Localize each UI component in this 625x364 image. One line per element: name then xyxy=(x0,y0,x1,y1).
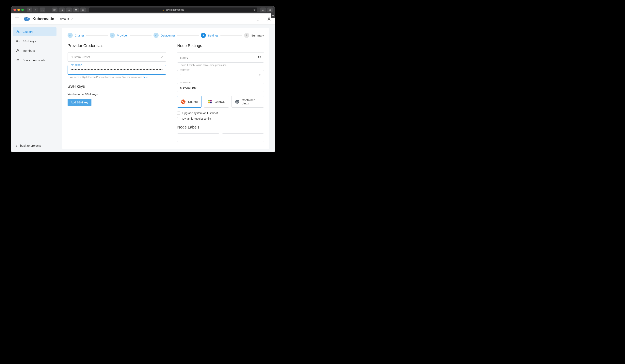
project-dropdown[interactable]: default xyxy=(60,17,73,21)
svg-point-18 xyxy=(268,18,270,19)
label-key-field[interactable] xyxy=(177,134,219,142)
svg-rect-5 xyxy=(82,9,83,9)
back-to-projects[interactable]: back to projects xyxy=(13,141,57,150)
svg-rect-14 xyxy=(269,9,271,10)
ext-icon-1[interactable]: B+ xyxy=(52,7,58,12)
create-token-link[interactable]: here xyxy=(143,76,148,79)
project-name: default xyxy=(60,17,69,21)
svg-text:o: o xyxy=(68,9,69,11)
replicas-field[interactable]: Replicas* 1 ▲▼ xyxy=(177,70,264,79)
notifications-icon[interactable] xyxy=(256,17,260,21)
api-token-helper: We need a DigitalOcean Personal Access T… xyxy=(70,76,166,79)
sidebar-item-label: Clusters xyxy=(23,30,33,33)
minimize-window-icon[interactable] xyxy=(17,9,20,11)
label-value-field[interactable] xyxy=(222,134,264,142)
svg-rect-8 xyxy=(82,10,83,10)
svg-rect-33 xyxy=(208,100,210,101)
step-cluster[interactable]: ✓ Cluster xyxy=(67,33,84,38)
os-tile-ubuntu[interactable]: Ubuntu xyxy=(177,96,201,108)
sidebar-item-members[interactable]: Members xyxy=(13,46,57,55)
api-token-value: ••••••••••••••••••••••••••••••••••••••••… xyxy=(70,68,163,72)
check-icon: ✓ xyxy=(110,33,115,38)
ext-icon-2[interactable] xyxy=(59,7,64,12)
custom-preset-field[interactable]: Custom Preset xyxy=(67,52,166,62)
key-icon xyxy=(16,39,20,43)
wizard-card: ✓ Cluster ✓ Provider ✓ Datacenter xyxy=(62,28,269,149)
node-size-value: s-1vcpu-1gb xyxy=(180,86,261,89)
svg-rect-10 xyxy=(84,10,84,10)
os-tile-centos[interactable]: CentOS xyxy=(204,96,229,108)
svg-rect-0 xyxy=(41,9,44,11)
svg-point-22 xyxy=(16,40,18,42)
replicas-label: Replicas* xyxy=(180,68,190,71)
svg-point-17 xyxy=(28,18,28,18)
shuffle-icon[interactable] xyxy=(257,55,261,60)
dynamic-kubelet-checkbox[interactable]: Dynamic kubelet config xyxy=(177,117,264,120)
os-tile-container-linux[interactable]: Container Linux xyxy=(231,96,264,108)
step-summary[interactable]: 5 Summary xyxy=(244,33,264,38)
members-icon xyxy=(16,49,20,53)
robot-icon xyxy=(16,58,20,62)
node-name-input[interactable] xyxy=(180,56,257,59)
new-tab-icon[interactable]: + xyxy=(271,13,275,18)
wizard-stepper: ✓ Cluster ✓ Provider ✓ Datacenter xyxy=(67,33,264,38)
section-title: Node Settings xyxy=(177,43,264,48)
sidebar-icon[interactable] xyxy=(40,7,45,12)
os-label: Container Linux xyxy=(242,98,260,105)
menu-icon[interactable] xyxy=(15,17,19,21)
close-window-icon[interactable] xyxy=(13,9,16,11)
svg-rect-7 xyxy=(84,9,84,9)
address-bar[interactable]: 🔒 dev.kubermatic.io ⟳ xyxy=(89,7,257,12)
number-stepper-icon[interactable]: ▲▼ xyxy=(259,73,261,76)
upgrade-on-boot-checkbox[interactable]: Upgrade system on first boot xyxy=(177,112,264,115)
back-label: back to projects xyxy=(20,144,41,147)
ext-icon-3[interactable]: o xyxy=(66,7,72,12)
tabs-icon[interactable] xyxy=(267,7,273,12)
sidebar-item-label: Members xyxy=(23,49,35,52)
step-provider[interactable]: ✓ Provider xyxy=(110,33,128,38)
ext-icon-grid[interactable] xyxy=(80,7,86,12)
os-label: Ubuntu xyxy=(188,100,197,103)
ext-icon-cloud[interactable] xyxy=(73,7,79,12)
node-name-field[interactable]: Leave it empty to use server-side genera… xyxy=(177,52,264,66)
node-size-field[interactable]: Node Size* s-1vcpu-1gb xyxy=(177,83,264,92)
checkbox-icon xyxy=(177,117,180,120)
sidebar-item-label: Service Accounts xyxy=(23,58,45,62)
ubuntu-icon xyxy=(181,99,186,104)
sidebar-item-serviceaccounts[interactable]: Service Accounts xyxy=(13,56,57,64)
nav-buttons xyxy=(27,7,38,12)
container-linux-icon xyxy=(235,99,239,104)
svg-rect-12 xyxy=(83,10,84,11)
node-name-helper: Leave it empty to use server-side genera… xyxy=(180,64,264,66)
os-label: CentOS xyxy=(215,100,225,103)
chevron-down-icon xyxy=(160,56,163,58)
sidebar-item-clusters[interactable]: Clusters xyxy=(13,27,57,36)
share-icon[interactable] xyxy=(260,7,266,12)
svg-point-32 xyxy=(184,102,185,103)
section-title: Provider Credentials xyxy=(67,43,166,48)
svg-point-30 xyxy=(182,101,182,102)
forward-button[interactable] xyxy=(32,7,38,12)
step-datacenter[interactable]: ✓ Datacenter xyxy=(154,33,175,38)
address-text: dev.kubermatic.io xyxy=(166,8,184,11)
check-icon: ✓ xyxy=(154,33,159,38)
api-token-field[interactable]: API Token * ••••••••••••••••••••••••••••… xyxy=(67,65,166,79)
node-labels-title: Node Labels xyxy=(177,125,264,130)
svg-rect-19 xyxy=(17,30,18,31)
back-button[interactable] xyxy=(27,7,32,12)
sidebar-item-sshkeys[interactable]: SSH Keys xyxy=(13,37,57,45)
sidebar: Clusters SSH Keys Members Service Accoun… xyxy=(11,25,59,152)
step-settings[interactable]: 4 Settings xyxy=(201,33,219,38)
ssh-empty-text: You have no SSH keys xyxy=(67,93,166,96)
reload-icon[interactable]: ⟳ xyxy=(253,8,256,11)
svg-rect-6 xyxy=(83,9,84,9)
node-settings-section: Node Settings Leave it empty to use serv… xyxy=(177,43,264,142)
svg-rect-11 xyxy=(82,10,83,11)
maximize-window-icon[interactable] xyxy=(21,9,24,11)
replicas-value: 1 xyxy=(180,73,259,76)
add-ssh-key-button[interactable]: Add SSH key xyxy=(67,99,92,106)
svg-rect-13 xyxy=(269,9,270,11)
brand-text: Kubermatic xyxy=(32,17,54,21)
brand-logo[interactable]: Kubermatic xyxy=(23,16,54,22)
text-cursor xyxy=(163,68,163,72)
